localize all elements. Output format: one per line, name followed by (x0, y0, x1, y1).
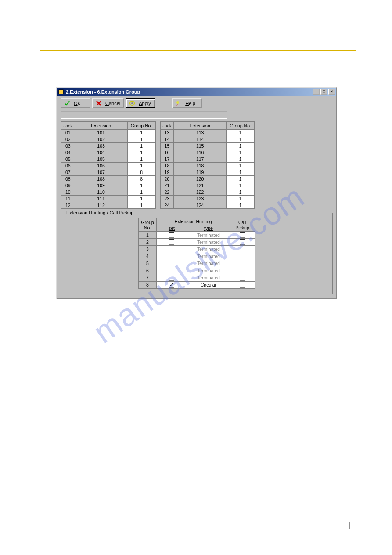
table-row[interactable]: 6Terminated (139, 267, 255, 274)
col-jack[interactable]: Jack (160, 122, 174, 130)
cell-call-pickup[interactable] (230, 281, 255, 288)
cell-group-no[interactable]: 1 (227, 149, 255, 156)
col-group-no[interactable]: Group No. (127, 122, 155, 130)
col-group-no[interactable]: Group No. (227, 122, 255, 130)
table-row[interactable]: 231231 (160, 196, 255, 202)
table-row[interactable]: 5Terminated (139, 260, 255, 267)
table-row[interactable]: 201201 (160, 176, 255, 182)
table-row[interactable]: 8Circular (139, 281, 255, 288)
call-pickup-checkbox[interactable] (240, 283, 245, 288)
call-pickup-checkbox[interactable] (240, 261, 245, 266)
call-pickup-checkbox[interactable] (240, 276, 245, 281)
cell-call-pickup[interactable] (230, 232, 255, 239)
table-row[interactable]: 011011 (61, 130, 156, 136)
table-row[interactable]: 081088 (61, 176, 156, 182)
extension-grid-right[interactable]: Jack Extension Group No. 131131141141151… (160, 121, 255, 209)
table-row[interactable]: 191191 (160, 169, 255, 176)
cell-set[interactable] (156, 274, 187, 281)
table-row[interactable]: 211211 (160, 182, 255, 189)
call-pickup-checkbox[interactable] (240, 254, 245, 259)
cell-type[interactable]: Circular (187, 281, 230, 288)
cell-call-pickup[interactable] (230, 274, 255, 281)
col-group-no[interactable]: Group No. (139, 218, 156, 232)
table-row[interactable]: 101101 (61, 189, 156, 196)
table-row[interactable]: 031031 (61, 143, 156, 149)
cell-group-no[interactable]: 8 (127, 169, 155, 176)
minimize-button[interactable]: _ (313, 89, 320, 95)
cell-group-no[interactable]: 1 (227, 163, 255, 169)
table-row[interactable]: 121121 (61, 202, 156, 209)
hunting-grid[interactable]: Group No. Extension Hunting Call Pickup … (138, 218, 255, 289)
set-checkbox[interactable] (169, 276, 174, 281)
cell-group-no[interactable]: 1 (127, 149, 155, 156)
close-button[interactable]: × (328, 89, 335, 95)
col-jack[interactable]: Jack (61, 122, 75, 130)
set-checkbox[interactable] (169, 261, 174, 266)
table-row[interactable]: 161161 (160, 149, 255, 156)
cell-group-no[interactable]: 1 (127, 143, 155, 149)
call-pickup-checkbox[interactable] (240, 232, 245, 238)
cell-set[interactable] (156, 253, 187, 260)
table-row[interactable]: 021021 (61, 136, 156, 143)
call-pickup-checkbox[interactable] (240, 239, 245, 245)
cell-set[interactable] (156, 239, 187, 246)
set-checkbox[interactable] (169, 283, 174, 288)
table-row[interactable]: 131131 (160, 130, 255, 136)
cell-group-no[interactable]: 1 (227, 202, 255, 209)
col-extension[interactable]: Extension (75, 122, 127, 130)
col-set[interactable]: set (156, 225, 187, 232)
cell-group-no[interactable]: 1 (127, 202, 155, 209)
table-row[interactable]: 241241 (160, 202, 255, 209)
table-row[interactable]: 2Terminated (139, 239, 255, 246)
table-row[interactable]: 181181 (160, 163, 255, 169)
cell-group-no[interactable]: 1 (227, 196, 255, 202)
table-row[interactable]: 071078 (61, 169, 156, 176)
col-type[interactable]: type (187, 225, 230, 232)
cell-group-no[interactable]: 1 (227, 156, 255, 163)
cell-group-no[interactable]: 1 (227, 189, 255, 196)
call-pickup-checkbox[interactable] (240, 268, 245, 273)
maximize-button[interactable]: □ (320, 89, 327, 95)
col-call-pickup[interactable]: Call Pickup (230, 218, 255, 232)
cell-group-no[interactable]: 1 (227, 176, 255, 182)
table-row[interactable]: 051051 (61, 156, 156, 163)
table-row[interactable]: 7Terminated (139, 274, 255, 281)
table-row[interactable]: 221221 (160, 189, 255, 196)
table-row[interactable]: 061061 (61, 163, 156, 169)
cell-call-pickup[interactable] (230, 253, 255, 260)
extension-grid-left[interactable]: Jack Extension Group No. 011011021021031… (61, 121, 156, 209)
set-checkbox[interactable] (169, 254, 174, 259)
filter-box[interactable] (61, 111, 227, 119)
table-row[interactable]: 151151 (160, 143, 255, 149)
table-row[interactable]: 111111 (61, 196, 156, 202)
cell-group-no[interactable]: 1 (127, 130, 155, 136)
table-row[interactable]: 091091 (61, 182, 156, 189)
ok-button[interactable]: OOKK (61, 98, 90, 108)
cell-set[interactable] (156, 267, 187, 274)
cell-group-no[interactable]: 1 (127, 136, 155, 143)
col-extension[interactable]: Extension (174, 122, 227, 130)
set-checkbox[interactable] (169, 268, 174, 273)
table-row[interactable]: 171171 (160, 156, 255, 163)
table-row[interactable]: 1Terminated (139, 232, 255, 239)
cell-set[interactable] (156, 232, 187, 239)
cell-call-pickup[interactable] (230, 239, 255, 246)
table-row[interactable]: 141141 (160, 136, 255, 143)
help-button[interactable]: Help (172, 98, 202, 108)
cell-group-no[interactable]: 1 (127, 196, 155, 202)
set-checkbox[interactable] (169, 239, 174, 245)
cell-group-no[interactable]: 1 (227, 136, 255, 143)
titlebar[interactable]: 2.Extension - 6.Extension Group _ □ × (57, 88, 336, 96)
cell-group-no[interactable]: 1 (127, 182, 155, 189)
cell-group-no[interactable]: 1 (227, 143, 255, 149)
cancel-button[interactable]: Cancel (92, 98, 124, 108)
cell-set[interactable] (156, 281, 187, 288)
table-row[interactable]: 041041 (61, 149, 156, 156)
apply-button[interactable]: Apply (126, 98, 155, 108)
table-row[interactable]: 4Terminated (139, 253, 255, 260)
call-pickup-checkbox[interactable] (240, 247, 245, 252)
col-ext-hunting[interactable]: Extension Hunting (156, 218, 230, 225)
table-row[interactable]: 3Terminated (139, 246, 255, 253)
cell-group-no[interactable]: 1 (227, 182, 255, 189)
set-checkbox[interactable] (169, 232, 174, 238)
